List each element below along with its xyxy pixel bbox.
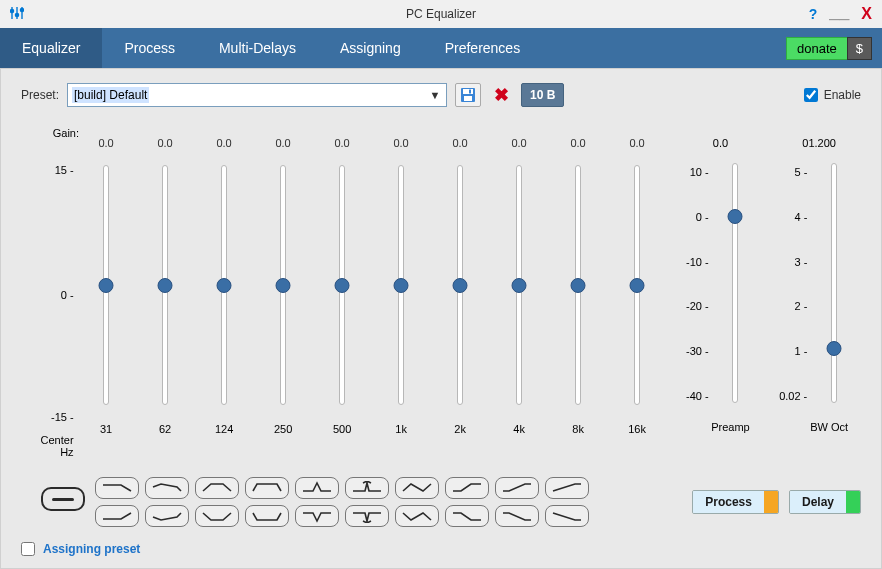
band-track[interactable] <box>162 165 168 405</box>
band-gain-value: 0.0 <box>452 137 467 155</box>
preset-value: [build] Default <box>72 87 149 103</box>
main-panel: Preset: [build] Default ▼ ✖ 10 B Enable … <box>0 68 882 569</box>
title-bar: PC Equalizer ? __ X <box>0 0 882 28</box>
band-gain-value: 0.0 <box>511 137 526 155</box>
band-freq-label: 2k <box>454 423 466 435</box>
band-124[interactable]: 0.0124 <box>198 159 251 459</box>
bwoct-slider[interactable]: 01.2005 -4 -3 -2 -1 -0.02 -BW Oct <box>777 159 861 459</box>
enable-checkbox[interactable] <box>804 88 818 102</box>
shape-preset-1-4[interactable] <box>295 505 339 527</box>
shape-preset-1-7[interactable] <box>445 505 489 527</box>
shape-preset-1-1[interactable] <box>145 505 189 527</box>
delete-preset-button[interactable]: ✖ <box>489 84 513 106</box>
shape-preset-0-8[interactable] <box>495 477 539 499</box>
tab-preferences[interactable]: Preferences <box>423 28 542 68</box>
shape-flat-button[interactable] <box>41 487 85 511</box>
close-icon[interactable]: X <box>861 5 872 23</box>
band-thumb[interactable] <box>512 278 527 293</box>
band-track[interactable] <box>575 165 581 405</box>
enable-label: Enable <box>824 88 861 102</box>
shape-preset-0-7[interactable] <box>445 477 489 499</box>
tab-assigning[interactable]: Assigning <box>318 28 423 68</box>
svg-point-3 <box>10 9 13 12</box>
band-62[interactable]: 0.062 <box>139 159 192 459</box>
band-thumb[interactable] <box>158 278 173 293</box>
shape-preset-1-9[interactable] <box>545 505 589 527</box>
shape-preset-0-6[interactable] <box>395 477 439 499</box>
band-freq-label: 31 <box>100 423 112 435</box>
shape-preset-0-0[interactable] <box>95 477 139 499</box>
preamp-value: 0.0 <box>713 137 728 155</box>
bwoct-track[interactable] <box>831 163 837 403</box>
shape-preset-0-4[interactable] <box>295 477 339 499</box>
tab-process[interactable]: Process <box>102 28 197 68</box>
preset-dropdown[interactable]: [build] Default ▼ <box>67 83 447 107</box>
shape-preset-1-8[interactable] <box>495 505 539 527</box>
delay-button[interactable]: Delay <box>789 490 861 514</box>
band-track[interactable] <box>457 165 463 405</box>
shape-preset-0-9[interactable] <box>545 477 589 499</box>
save-preset-button[interactable] <box>455 83 481 107</box>
band-thumb[interactable] <box>630 278 645 293</box>
band-gain-value: 0.0 <box>570 137 585 155</box>
band-thumb[interactable] <box>453 278 468 293</box>
tab-multi-delays[interactable]: Multi-Delays <box>197 28 318 68</box>
band-track[interactable] <box>280 165 286 405</box>
band-track[interactable] <box>103 165 109 405</box>
band-thumb[interactable] <box>276 278 291 293</box>
preamp-track[interactable] <box>732 163 738 403</box>
band-track[interactable] <box>634 165 640 405</box>
shape-preset-1-6[interactable] <box>395 505 439 527</box>
band-4k[interactable]: 0.04k <box>493 159 546 459</box>
shape-preset-1-0[interactable] <box>95 505 139 527</box>
shape-preset-1-2[interactable] <box>195 505 239 527</box>
shape-preset-0-3[interactable] <box>245 477 289 499</box>
bwoct-thumb[interactable] <box>827 341 842 356</box>
shape-preset-0-5[interactable] <box>345 477 389 499</box>
svg-point-5 <box>20 8 23 11</box>
band-track[interactable] <box>398 165 404 405</box>
band-1k[interactable]: 0.01k <box>375 159 428 459</box>
tab-equalizer[interactable]: Equalizer <box>0 28 102 68</box>
shape-preset-0-1[interactable] <box>145 477 189 499</box>
app-icon <box>10 6 24 23</box>
shape-preset-1-3[interactable] <box>245 505 289 527</box>
svg-rect-8 <box>464 96 472 101</box>
band-250[interactable]: 0.0250 <box>257 159 310 459</box>
band-thumb[interactable] <box>335 278 350 293</box>
preamp-slider[interactable]: 0.010 -0 --10 --20 --30 --40 -Preamp <box>679 159 763 459</box>
assigning-preset-checkbox[interactable] <box>21 542 35 556</box>
band-track[interactable] <box>221 165 227 405</box>
center-hz-label: CenterHz <box>41 434 74 458</box>
band-2k[interactable]: 0.02k <box>434 159 487 459</box>
band-500[interactable]: 0.0500 <box>316 159 369 459</box>
help-icon[interactable]: ? <box>809 6 818 22</box>
bwoct-value: 01.200 <box>802 137 836 155</box>
band-freq-label: 500 <box>333 423 351 435</box>
band-track[interactable] <box>339 165 345 405</box>
donate-currency[interactable]: $ <box>847 37 872 60</box>
band-thumb[interactable] <box>571 278 586 293</box>
band-thumb[interactable] <box>99 278 114 293</box>
process-button[interactable]: Process <box>692 490 779 514</box>
band-gain-value: 0.0 <box>98 137 113 155</box>
band-gain-value: 0.0 <box>393 137 408 155</box>
band-gain-value: 0.0 <box>629 137 644 155</box>
band-track[interactable] <box>516 165 522 405</box>
band-freq-label: 250 <box>274 423 292 435</box>
preamp-thumb[interactable] <box>728 209 743 224</box>
band-8k[interactable]: 0.08k <box>552 159 605 459</box>
band-count-button[interactable]: 10 B <box>521 83 564 107</box>
minimize-icon[interactable]: __ <box>829 0 849 21</box>
band-thumb[interactable] <box>217 278 232 293</box>
shape-preset-0-2[interactable] <box>195 477 239 499</box>
band-freq-label: 1k <box>395 423 407 435</box>
scale-left: 15 - 0 - -15 - CenterHz <box>21 159 80 459</box>
gain-label: Gain: <box>21 127 91 139</box>
shape-preset-1-5[interactable] <box>345 505 389 527</box>
tick-15: 15 - <box>55 164 74 176</box>
band-16k[interactable]: 0.016k <box>611 159 664 459</box>
band-31[interactable]: 0.031 <box>80 159 133 459</box>
band-thumb[interactable] <box>394 278 409 293</box>
donate-button[interactable]: donate <box>786 37 847 60</box>
